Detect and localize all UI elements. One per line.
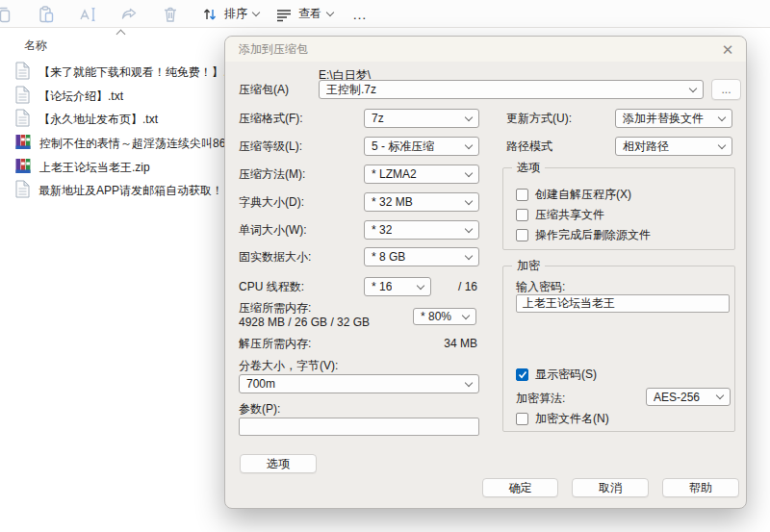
path-mode-select[interactable]: 相对路径 xyxy=(615,137,732,156)
password-input[interactable]: 上老王论坛当老王 xyxy=(516,294,730,313)
word-size-select[interactable]: * 32 xyxy=(364,220,479,240)
chevron-down-icon xyxy=(252,9,260,16)
memory-compress-value: 4928 MB / 26 GB / 32 GB xyxy=(239,316,370,329)
chevron-down-icon xyxy=(465,378,473,386)
sort-ascending-icon[interactable] xyxy=(116,30,126,39)
file-row[interactable]: 上老王论坛当老王.zip xyxy=(15,157,150,178)
help-button[interactable]: 帮助 xyxy=(662,478,739,497)
encrypt-names-checkbox-row[interactable]: 加密文件名(N) xyxy=(516,411,609,427)
checkbox-checked-icon[interactable] xyxy=(516,368,528,381)
share-icon[interactable] xyxy=(117,3,141,26)
chevron-down-icon xyxy=(718,140,726,148)
file-row[interactable]: 【来了就能下载和观看！纯免费！】.txt xyxy=(15,62,239,83)
file-row[interactable]: 【永久地址发布页】.txt xyxy=(15,109,158,130)
cancel-button[interactable]: 取消 xyxy=(572,478,649,497)
solid-size-select[interactable]: * 8 GB xyxy=(364,247,479,266)
text-file-icon xyxy=(15,109,30,130)
memory-decompress-value: 34 MB xyxy=(418,337,477,350)
archive-label: 压缩包(A) xyxy=(239,83,289,96)
checkbox-unchecked-icon[interactable] xyxy=(516,189,528,201)
chevron-down-icon xyxy=(689,84,697,91)
delete-after-checkbox-row[interactable]: 操作完成后删除源文件 xyxy=(516,227,651,243)
file-name: 【论坛介绍】.txt xyxy=(38,89,123,105)
update-mode-label: 更新方式(U): xyxy=(506,112,572,125)
method-select[interactable]: * LZMA2 xyxy=(364,165,479,184)
file-row[interactable]: 最新地址及APP请发邮箱自动获取！！！... xyxy=(15,180,256,201)
memory-decompress-label: 解压所需内存: xyxy=(239,337,311,350)
update-mode-select[interactable]: 添加并替换文件 xyxy=(615,109,732,128)
level-label: 压缩等级(L): xyxy=(239,139,302,153)
file-name: 控制不住的表情～超淫荡连续尖叫86ac2... xyxy=(39,136,254,152)
sort-button[interactable]: 排序 xyxy=(197,2,263,26)
memory-percent-select[interactable]: * 80% xyxy=(413,308,476,325)
file-row[interactable]: 控制不住的表情～超淫荡连续尖叫86ac2... xyxy=(15,133,254,154)
level-select[interactable]: 5 - 标准压缩 xyxy=(364,137,479,156)
text-file-icon xyxy=(15,62,30,83)
cpu-threads-label: CPU 线程数: xyxy=(239,280,304,293)
rename-icon[interactable] xyxy=(76,3,99,26)
show-password-checkbox-row[interactable]: 显示密码(S) xyxy=(516,367,597,383)
file-name: 【来了就能下载和观看！纯免费！】.txt xyxy=(38,64,239,81)
chevron-down-icon xyxy=(718,113,726,120)
paste-icon[interactable] xyxy=(35,3,58,26)
copy-icon[interactable] xyxy=(0,3,15,26)
chevron-down-icon xyxy=(462,311,470,318)
format-select[interactable]: 7z xyxy=(364,109,479,128)
options-button[interactable]: 选项 xyxy=(240,454,317,473)
chevron-down-icon xyxy=(465,251,473,259)
encryption-group-title: 加密 xyxy=(512,260,545,271)
winrar-archive-icon xyxy=(15,158,31,177)
dictionary-label: 字典大小(D): xyxy=(239,195,304,209)
password-label: 输入密码: xyxy=(516,280,565,293)
chevron-down-icon xyxy=(465,140,473,148)
delete-icon[interactable] xyxy=(159,3,182,26)
explorer-toolbar: 排序 查看 … xyxy=(0,0,770,28)
chevron-down-icon xyxy=(417,281,424,289)
memory-compress-label: 压缩所需内存: xyxy=(239,301,311,315)
options-group-title: 选项 xyxy=(512,162,545,173)
view-button[interactable]: 查看 xyxy=(271,2,337,26)
chevron-down-icon xyxy=(465,113,473,120)
chevron-down-icon xyxy=(326,9,334,16)
text-file-icon xyxy=(15,86,30,107)
format-label: 压缩格式(F): xyxy=(239,112,303,125)
parameters-label: 参数(P): xyxy=(239,402,280,416)
winrar-archive-icon xyxy=(15,134,31,153)
sort-label: 排序 xyxy=(224,6,247,22)
dictionary-select[interactable]: * 32 MB xyxy=(364,192,479,212)
ok-button[interactable]: 确定 xyxy=(482,478,558,497)
method-label: 压缩方法(M): xyxy=(239,167,305,181)
checkbox-unchecked-icon[interactable] xyxy=(516,229,528,241)
chevron-down-icon xyxy=(465,196,473,204)
encryption-method-select[interactable]: AES-256 xyxy=(646,388,731,406)
solid-size-label: 固实数据大小: xyxy=(239,250,311,264)
chevron-down-icon xyxy=(716,392,724,399)
encryption-method-label: 加密算法: xyxy=(516,392,565,405)
shared-files-checkbox-row[interactable]: 压缩共享文件 xyxy=(516,207,604,223)
checkbox-unchecked-icon[interactable] xyxy=(516,413,528,425)
chevron-down-icon xyxy=(465,168,473,176)
volume-size-label: 分卷大小，字节(V): xyxy=(239,359,338,372)
checkbox-unchecked-icon[interactable] xyxy=(516,209,528,221)
file-name: 上老王论坛当老王.zip xyxy=(39,160,150,176)
volume-size-combobox[interactable]: 700m xyxy=(239,374,479,393)
view-label: 查看 xyxy=(298,6,321,22)
file-row[interactable]: 【论坛介绍】.txt xyxy=(15,86,123,107)
parameters-input[interactable] xyxy=(239,418,479,436)
column-header-name[interactable]: 名称 xyxy=(24,38,47,54)
add-to-archive-dialog: 添加到压缩包 ✕ 压缩包(A) E:\白日梦\ 王控制.7z ... 压缩格式(… xyxy=(224,36,747,509)
more-label: … xyxy=(352,6,369,22)
cpu-threads-total: / 16 xyxy=(458,280,477,293)
more-button[interactable]: … xyxy=(348,2,372,26)
file-name: 【永久地址发布页】.txt xyxy=(38,112,158,128)
path-mode-label: 路径模式 xyxy=(506,139,552,153)
text-file-icon xyxy=(15,180,30,201)
cpu-threads-select[interactable]: * 16 xyxy=(364,277,431,296)
archive-name-combobox[interactable]: 王控制.7z xyxy=(319,80,704,99)
sfx-checkbox-row[interactable]: 创建自解压程序(X) xyxy=(516,187,631,203)
word-size-label: 单词大小(W): xyxy=(239,223,307,237)
close-icon[interactable]: ✕ xyxy=(717,39,738,61)
chevron-down-icon xyxy=(465,224,473,232)
dialog-title: 添加到压缩包 xyxy=(225,37,746,62)
browse-button[interactable]: ... xyxy=(711,79,741,100)
